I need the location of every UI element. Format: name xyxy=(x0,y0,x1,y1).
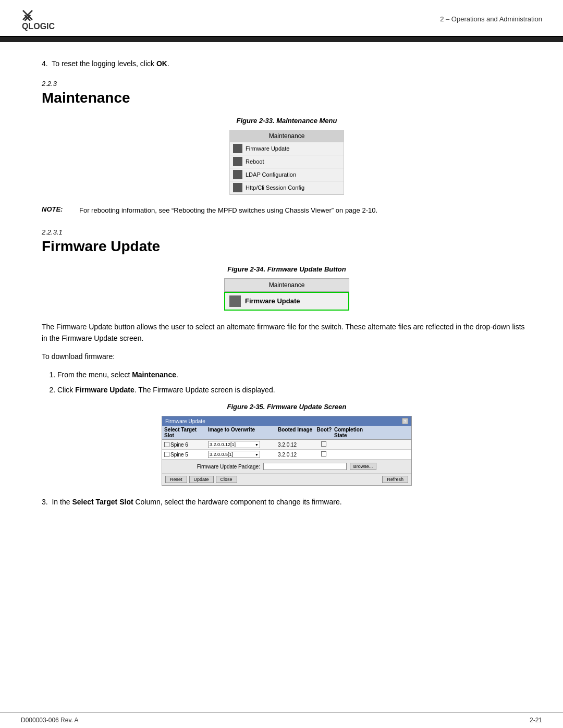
step3-rest: Column, select the hardware component to… xyxy=(133,498,342,506)
step3-text: 3. In the Select Target Slot Column, sel… xyxy=(42,496,532,508)
menu-item-icon-firmware xyxy=(233,144,242,153)
step1-bold: Maintenance xyxy=(132,371,176,379)
note-text: For rebooting information, see “Rebootin… xyxy=(79,205,377,216)
fw-btn-maintenance-bar: Maintenance xyxy=(224,278,349,292)
fw-row1-select-value: 3.2.0.0.12[1] xyxy=(210,442,236,447)
figure-35-container: Firmware Update ? Select Target Slot Ima… xyxy=(42,416,532,486)
fw-action-row: Reset Update Close Refresh xyxy=(162,474,411,485)
figure-33-caption: Figure 2-33. Maintenance Menu xyxy=(42,117,532,125)
fw-row1-select[interactable]: 3.2.0.0.12[1] ▼ xyxy=(208,441,260,448)
section-2231: 2.2.3.1 Firmware Update xyxy=(42,228,532,255)
fw-btn-box: Maintenance Firmware Update xyxy=(224,278,349,311)
logo-area: ✕ QLOGIC xyxy=(21,7,68,31)
maintenance-menu-box: Maintenance Firmware Update Reboot LDAP … xyxy=(229,130,344,195)
download-steps-list: From the menu, select Maintenance. Click… xyxy=(57,368,532,397)
fw-row2-boot xyxy=(316,451,332,458)
fw-row2-select-arrow: ▼ xyxy=(255,453,259,456)
fw-screen-box: Firmware Update ? Select Target Slot Ima… xyxy=(162,416,412,486)
fw-screen-header: Select Target Slot Image to Overwrite Bo… xyxy=(162,426,411,440)
col-header-boot7: Boot? xyxy=(316,427,332,438)
menu-item-label-ldap: LDAP Configuration xyxy=(246,171,296,178)
fw-btn-label: Firmware Update xyxy=(245,297,300,305)
header-black-bar xyxy=(0,37,563,42)
qlogic-logo: ✕ QLOGIC xyxy=(21,7,68,31)
step3-prefix: In the xyxy=(52,498,72,506)
fw-data-row-1: Spine 6 3.2.0.0.12[1] ▼ 3.2.0.12 xyxy=(162,440,411,450)
fw-row1-slot-label: Spine 6 xyxy=(170,442,188,448)
section-2231-title: Firmware Update xyxy=(42,238,532,255)
figure-34-container: Maintenance Firmware Update xyxy=(42,278,532,311)
body-para-1: The Firmware Update button allows the us… xyxy=(42,321,532,344)
fw-browse-btn[interactable]: Browse... xyxy=(350,463,377,470)
step4-prefix: To reset the logging levels, click xyxy=(52,59,156,68)
chapter-header: 2 – Operations and Administration xyxy=(440,15,542,23)
fw-data-row-2: Spine 5 3.2.0.0.5[1] ▼ 3.2.0.12 xyxy=(162,450,411,460)
fw-row2-select[interactable]: 3.2.0.0.5[1] ▼ xyxy=(208,451,260,458)
menu-item-label-firmware: Firmware Update xyxy=(246,145,289,152)
fw-row1-select-arrow: ▼ xyxy=(255,443,259,447)
section-223-num: 2.2.3 xyxy=(42,80,532,88)
step4-bold: OK xyxy=(156,59,167,68)
fw-row1-booted: 3.2.0.12 xyxy=(278,442,314,448)
fw-reset-btn[interactable]: Reset xyxy=(165,476,187,483)
fw-row2-select-value: 3.2.0.0.5[1] xyxy=(210,452,233,457)
fw-close-btn[interactable]: Close xyxy=(216,476,237,483)
step2-rest: . The Firmware Update screen is displaye… xyxy=(134,386,275,394)
fw-row1-slot: Spine 6 xyxy=(164,442,206,448)
menu-item-icon-ldap xyxy=(233,170,242,179)
main-content: 4. To reset the logging levels, click OK… xyxy=(0,42,563,529)
fw-row2-slot-label: Spine 5 xyxy=(170,452,188,458)
col-header-slot: Select Target Slot xyxy=(164,427,206,438)
step2-text: Click xyxy=(57,386,75,394)
fw-action-btns-left: Reset Update Close xyxy=(165,476,237,483)
fw-screen-title: Firmware Update xyxy=(165,418,205,424)
menu-item-firmware: Firmware Update xyxy=(230,142,344,155)
step4-punctuation: . xyxy=(167,59,169,68)
menu-title: Maintenance xyxy=(230,130,344,142)
fw-package-input[interactable] xyxy=(263,463,347,470)
fw-package-row: Firmware Update Package: Browse... xyxy=(162,460,411,474)
menu-item-ldap: LDAP Configuration xyxy=(230,168,344,181)
section-2231-num: 2.2.3.1 xyxy=(42,228,532,236)
fw-row2-slot: Spine 5 xyxy=(164,452,206,458)
footer-right: 2-21 xyxy=(530,717,542,724)
col-header-image: Image to Overwrite xyxy=(208,427,276,438)
fw-screen-close-btn[interactable]: ? xyxy=(402,418,408,424)
fw-btn-icon xyxy=(229,295,241,307)
step3-bold: Select Target Slot xyxy=(72,498,133,506)
fw-row2-image: 3.2.0.0.5[1] ▼ xyxy=(208,451,276,458)
fw-btn-active-row: Firmware Update xyxy=(224,292,349,311)
menu-item-reboot: Reboot xyxy=(230,155,344,168)
fw-row1-image: 3.2.0.0.12[1] ▼ xyxy=(208,441,276,448)
fw-row1-boot xyxy=(316,441,332,448)
step4-text: 4. To reset the logging levels, click OK… xyxy=(42,58,532,69)
menu-item-label-http: Http/Cli Session Config xyxy=(246,184,304,191)
step2-bold: Firmware Update xyxy=(75,386,134,394)
svg-text:QLOGIC: QLOGIC xyxy=(22,22,55,31)
fw-row2-boot-checkbox[interactable] xyxy=(321,451,326,456)
footer-left: D000003-006 Rev. A xyxy=(21,717,79,724)
fw-row1-boot-checkbox[interactable] xyxy=(321,441,326,447)
section-223-title: Maintenance xyxy=(42,90,532,106)
menu-item-icon-reboot xyxy=(233,157,242,166)
fw-row2-checkbox[interactable] xyxy=(164,452,169,457)
page-footer: D000003-006 Rev. A 2-21 xyxy=(0,712,563,728)
list-item-1: From the menu, select Maintenance. xyxy=(57,368,532,381)
menu-item-icon-http xyxy=(233,183,242,192)
list-item-2: Click Firmware Update. The Firmware Upda… xyxy=(57,384,532,397)
figure-33-container: Maintenance Firmware Update Reboot LDAP … xyxy=(42,130,532,195)
page-header: ✕ QLOGIC 2 – Operations and Administrati… xyxy=(0,0,563,37)
download-label: To download firmware: xyxy=(42,351,532,362)
fw-update-btn[interactable]: Update xyxy=(189,476,214,483)
fw-row1-checkbox[interactable] xyxy=(164,442,169,447)
note-block: NOTE: For rebooting information, see “Re… xyxy=(42,205,532,216)
figure-35-caption: Figure 2-35. Firmware Update Screen xyxy=(42,403,532,411)
fw-row2-booted: 3.2.0.12 xyxy=(278,452,314,458)
note-label: NOTE: xyxy=(42,205,73,216)
figure-34-caption: Figure 2-34. Firmware Update Button xyxy=(42,265,532,273)
step1-text: From the menu, select xyxy=(57,371,132,379)
fw-package-label: Firmware Update Package: xyxy=(197,464,260,470)
menu-item-http: Http/Cli Session Config xyxy=(230,181,344,194)
fw-refresh-btn[interactable]: Refresh xyxy=(382,476,408,483)
col-header-completion: Completion State xyxy=(334,427,376,438)
